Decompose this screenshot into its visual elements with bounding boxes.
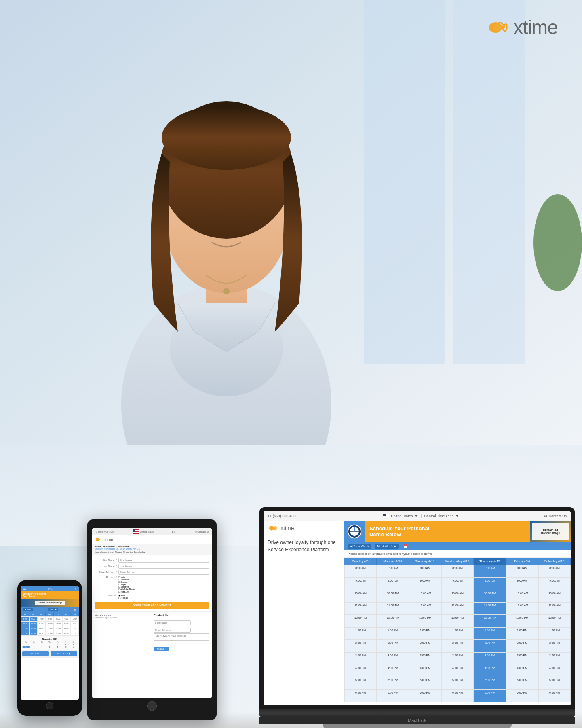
iphone-time-slot[interactable]: 10:00	[21, 621, 29, 626]
iphone-time-slot[interactable]: 11:00	[29, 626, 38, 631]
time-slot[interactable]: 5:00 PM	[377, 677, 409, 690]
time-slot[interactable]: 8:00 AM	[441, 565, 474, 578]
iphone-time-slot[interactable]: 9:00	[46, 616, 54, 621]
time-slot[interactable]: 10:00 AM	[506, 590, 538, 603]
iphone-time-slot[interactable]: 12:00	[21, 631, 29, 636]
time-slot[interactable]: 4:00 PM	[344, 665, 377, 677]
cal-day-10[interactable]: 10	[62, 646, 70, 648]
time-slot[interactable]: 4:00 PM	[441, 665, 474, 677]
time-slot[interactable]: 9:00 AM	[409, 578, 441, 590]
time-slot[interactable]: 6:00 PM	[409, 690, 441, 702]
time-slot[interactable]: 1:00 PM	[538, 627, 571, 640]
ipad-lastname-input[interactable]	[118, 564, 209, 569]
iphone-time-slot[interactable]: 11:00	[37, 626, 46, 631]
iphone-calendar-nav[interactable]: ◀ Prev Next ▶ 📅	[21, 607, 79, 612]
iphone-time-slot[interactable]: 10:00	[46, 621, 54, 626]
time-slot[interactable]: 1:00 PM	[474, 627, 506, 640]
iphone-time-slot[interactable]: 11:00	[46, 626, 54, 631]
ipad-contact-firstname[interactable]	[154, 620, 191, 625]
iphone-next-btn[interactable]: Next ▶	[48, 608, 58, 611]
iphone-time-slot[interactable]: 9:00	[21, 616, 29, 621]
iphone-time-slot[interactable]: 10:00	[37, 621, 46, 626]
time-slot[interactable]: 12:00 PM	[506, 615, 538, 627]
next-week-button[interactable]: Next Week ▶	[375, 544, 399, 549]
ipad-home-button[interactable]	[147, 701, 157, 711]
time-slot[interactable]: 5:00 PM	[409, 677, 441, 690]
iphone-prev-btn[interactable]: ◀ Prev	[23, 608, 33, 611]
iphone-time-slot[interactable]: 12:00	[46, 631, 54, 636]
time-slot[interactable]: 3:00 PM	[409, 652, 441, 665]
cal-day-4[interactable]: 4	[70, 643, 78, 645]
time-slot[interactable]: 12:00 PM	[441, 615, 474, 627]
iphone-time-slot[interactable]: 10:00	[62, 621, 71, 626]
time-slot[interactable]: 12:00 PM	[377, 615, 409, 627]
time-slot[interactable]: 5:00 PM	[441, 677, 474, 690]
time-slot[interactable]: 5:00 PM	[344, 677, 377, 690]
time-slot[interactable]: 3:00 PM	[474, 652, 506, 665]
iphone-time-slot[interactable]: 12:00	[71, 631, 79, 636]
iphone-time-slot[interactable]: 10:00	[29, 621, 38, 626]
time-slot[interactable]: 8:00 AM	[409, 565, 441, 578]
iphone-time-slot[interactable]: 11:00	[21, 626, 29, 631]
time-slot[interactable]: 8:00 AM	[474, 565, 506, 578]
time-slot[interactable]: 12:00 PM	[474, 615, 506, 627]
time-slot[interactable]: 4:00 PM	[474, 665, 506, 677]
time-slot[interactable]: 12:00 PM	[538, 615, 571, 627]
time-slot[interactable]: 9:00 AM	[506, 578, 538, 590]
iphone-time-slot[interactable]: 12:00	[62, 631, 71, 636]
time-slot[interactable]: 2:00 PM	[409, 640, 441, 652]
ipad-contact-email[interactable]	[154, 628, 191, 633]
time-slot[interactable]: 6:00 PM	[344, 690, 377, 702]
time-slot[interactable]: 4:00 PM	[538, 665, 571, 677]
iphone-time-slot[interactable]: 10:00	[54, 621, 62, 626]
time-slot[interactable]: 6:00 PM	[474, 690, 506, 702]
cal-day-1[interactable]: 1	[46, 643, 54, 645]
ipad-submit-btn[interactable]: SUBMIT	[154, 647, 169, 651]
time-slot[interactable]: 11:00 AM	[474, 602, 506, 615]
ipad-email-input[interactable]	[118, 570, 209, 575]
time-slot[interactable]: 11:00 AM	[441, 602, 474, 615]
time-slot[interactable]: 3:00 PM	[538, 652, 571, 665]
time-slot[interactable]: 5:00 PM	[506, 677, 538, 690]
time-slot[interactable]: 5:00 PM	[538, 677, 571, 690]
cal-day-8[interactable]: 8	[46, 646, 54, 648]
time-slot[interactable]: 1:00 PM	[506, 627, 538, 640]
iphone-time-slot[interactable]: 11:00	[71, 626, 79, 631]
time-slot[interactable]: 5:00 PM	[474, 677, 506, 690]
iphone-time-slot[interactable]: 9:00	[62, 616, 71, 621]
time-slot[interactable]: 4:00 PM	[506, 665, 538, 677]
time-slot[interactable]: 10:00 AM	[409, 590, 441, 603]
time-slot[interactable]: 8:00 AM	[344, 565, 377, 578]
time-slot[interactable]: 1:00 PM	[377, 627, 409, 640]
time-slot[interactable]: 2:00 PM	[377, 640, 409, 652]
time-slot[interactable]: 8:00 AM	[377, 565, 409, 578]
time-slot[interactable]: 1:00 PM	[344, 627, 377, 640]
time-slot[interactable]: 12:00 PM	[409, 615, 441, 627]
time-slot[interactable]: 6:00 PM	[538, 690, 571, 702]
time-slot[interactable]: 11:00 AM	[344, 602, 377, 615]
time-slot[interactable]: 3:00 PM	[377, 652, 409, 665]
time-slot[interactable]: 2:00 PM	[506, 640, 538, 652]
time-slot[interactable]: 9:00 AM	[344, 578, 377, 590]
time-slot[interactable]: 1:00 PM	[409, 627, 441, 640]
time-slot[interactable]: 2:00 PM	[441, 640, 474, 652]
cal-day-9[interactable]: 9	[54, 646, 61, 648]
cal-day-2[interactable]: 2	[54, 643, 61, 645]
time-slot[interactable]: 8:00 AM	[506, 565, 538, 578]
ipad-firstname-input[interactable]	[118, 558, 209, 563]
time-slot[interactable]: 9:00 AM	[474, 578, 506, 590]
cal-day-5-selected[interactable]: 5	[22, 646, 30, 648]
time-slot[interactable]: 10:00 AM	[377, 590, 409, 603]
iphone-time-slot[interactable]: 9:00	[71, 616, 79, 621]
time-slot[interactable]: 4:00 PM	[377, 665, 409, 677]
iphone-time-slot[interactable]: 9:00	[54, 616, 62, 621]
time-slot[interactable]: 8:00 AM	[538, 565, 571, 578]
time-slot[interactable]: 11:00 AM	[377, 602, 409, 615]
time-slot[interactable]: 3:00 PM	[506, 652, 538, 665]
time-slot[interactable]: 12:00 PM	[344, 615, 377, 627]
time-slot[interactable]: 9:00 AM	[377, 578, 409, 590]
time-slot[interactable]: 6:00 PM	[441, 690, 474, 702]
ipad-book-btn[interactable]: BOOK YOUR APPOINTMENT	[95, 602, 209, 609]
time-slot[interactable]: 11:00 AM	[538, 602, 571, 615]
iphone-prev-slot-btn[interactable]: ◀ PREV SLOT	[22, 651, 49, 656]
